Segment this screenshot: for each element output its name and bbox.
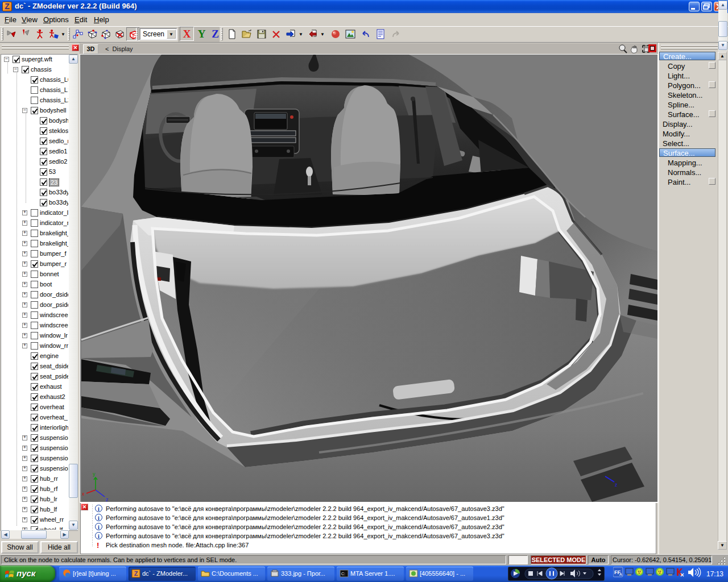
svg-text:A: A: [619, 572, 622, 576]
svg-text:C:: C:: [341, 572, 345, 576]
svg-text:x: x: [82, 491, 85, 497]
svg-text:y: y: [93, 471, 96, 477]
svg-text:Z: Z: [134, 570, 138, 577]
svg-text:z: z: [106, 497, 109, 502]
svg-text:z: z: [615, 482, 618, 488]
